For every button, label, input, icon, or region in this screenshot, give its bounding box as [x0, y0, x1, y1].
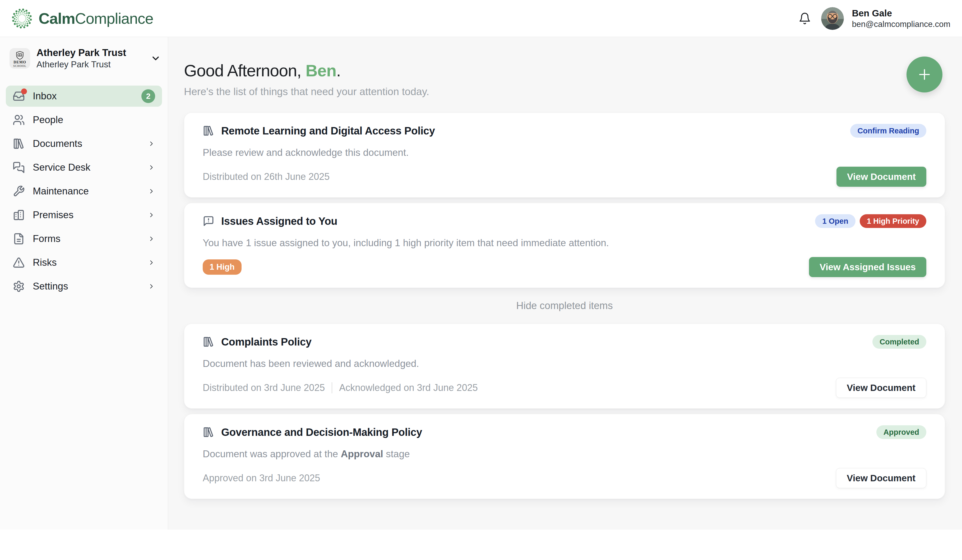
card-meta-text: Distributed on 3rd June 2025	[203, 382, 325, 393]
org-badge-line2: SCHOOL	[13, 64, 26, 68]
sidebar-item-documents[interactable]: Documents	[6, 133, 162, 154]
greeting-name: Ben	[305, 61, 336, 80]
user-avatar[interactable]	[821, 7, 844, 30]
body: DEMO SCHOOL Atherley Park Trust Atherley…	[0, 37, 962, 529]
sidebar-item-label: Forms	[33, 233, 61, 245]
card-badges: Approved	[876, 425, 926, 439]
chevron-right-icon	[148, 283, 155, 290]
org-badge-line1: DEMO	[13, 60, 26, 64]
user-name: Ben Gale	[852, 8, 951, 18]
chevron-right-icon	[148, 259, 155, 266]
sidebar-item-people[interactable]: People	[6, 109, 162, 130]
card-footer: Approved on 3rd June 2025View Document	[203, 468, 926, 488]
sidebar-item-label: Maintenance	[33, 186, 89, 197]
card-title: Issues Assigned to You	[221, 215, 337, 227]
users-icon	[13, 114, 25, 126]
card-header: Remote Learning and Digital Access Polic…	[203, 124, 926, 138]
sidebar-item-label: Premises	[33, 209, 73, 220]
status-badge: Confirm Reading	[850, 124, 926, 138]
add-button[interactable]	[907, 56, 943, 92]
card-meta-text: Acknowledged on 3rd June 2025	[339, 382, 478, 393]
priority-tag: 1 High	[203, 259, 242, 275]
card-remote-learning-and-digital-access-policy: Remote Learning and Digital Access Polic…	[184, 113, 945, 198]
sidebar-item-maintenance[interactable]: Maintenance	[6, 181, 162, 202]
library-icon	[13, 138, 25, 150]
status-badge: Approved	[876, 425, 926, 439]
card-complaints-policy: Complaints PolicyCompletedDocument has b…	[184, 323, 945, 409]
greeting-prefix: Good Afternoon,	[184, 61, 305, 80]
org-subtitle: Atherley Park Trust	[37, 60, 126, 69]
library-icon	[203, 336, 214, 348]
card-header: Governance and Decision-Making PolicyApp…	[203, 425, 926, 439]
notification-dot	[21, 89, 27, 94]
card-meta: Distributed on 26th June 2025	[203, 171, 329, 182]
card-header: Issues Assigned to You1 Open1 High Prior…	[203, 214, 926, 228]
brand-logo-icon	[11, 7, 33, 30]
sidebar-item-settings[interactable]: Settings	[6, 276, 162, 297]
card-description: You have 1 issue assigned to you, includ…	[203, 237, 926, 249]
status-badge: 1 High Priority	[860, 214, 926, 228]
brand-name-bold: Calm	[39, 10, 75, 27]
card-meta-text: Approved on 3rd June 2025	[203, 473, 320, 484]
user-meta: Ben Gale ben@calmcompliance.com	[852, 8, 951, 29]
view-assigned-issues-button[interactable]: View Assigned Issues	[809, 257, 926, 277]
card-footer: Distributed on 26th June 2025View Docume…	[203, 167, 926, 187]
card-header: Complaints PolicyCompleted	[203, 335, 926, 349]
greeting-suffix: .	[336, 61, 341, 80]
header-right: Ben Gale ben@calmcompliance.com	[798, 7, 951, 30]
notifications-bell-icon[interactable]	[798, 12, 811, 25]
chevron-right-icon	[148, 140, 155, 147]
inbox-icon	[13, 90, 25, 102]
brand-logo[interactable]: CalmCompliance	[11, 7, 153, 30]
unread-count-badge: 2	[141, 89, 155, 103]
stage-name: Approval	[341, 449, 383, 459]
sidebar-item-label: Risks	[33, 257, 56, 268]
brand-name: CalmCompliance	[39, 10, 153, 27]
main: Good Afternoon, Ben. Here's the list of …	[168, 37, 962, 529]
card-governance-and-decision-making-policy: Governance and Decision-Making PolicyApp…	[184, 414, 945, 499]
sidebar-item-inbox[interactable]: Inbox2	[6, 85, 162, 107]
sidebar-item-forms[interactable]: Forms	[6, 228, 162, 249]
view-document-button[interactable]: View Document	[836, 167, 926, 187]
chevron-right-icon	[148, 235, 155, 243]
org-logo: DEMO SCHOOL	[10, 48, 30, 69]
sidebar: DEMO SCHOOL Atherley Park Trust Atherley…	[0, 37, 168, 529]
user-email: ben@calmcompliance.com	[852, 19, 951, 29]
chevron-down-icon	[150, 53, 161, 64]
card-badges: Confirm Reading	[850, 124, 926, 138]
app: CalmCompliance	[0, 0, 962, 529]
view-document-button[interactable]: View Document	[836, 378, 926, 398]
page-subtitle: Here's the list of things that need your…	[184, 85, 945, 98]
card-issues-assigned-to-you: Issues Assigned to You1 Open1 High Prior…	[184, 203, 945, 288]
card-meta-text: Distributed on 26th June 2025	[203, 171, 329, 182]
plus-icon	[916, 66, 933, 83]
org-switcher[interactable]: DEMO SCHOOL Atherley Park Trust Atherley…	[10, 48, 161, 69]
sidebar-item-service-desk[interactable]: Service Desk	[6, 157, 162, 178]
sidebar-item-risks[interactable]: Risks	[6, 252, 162, 273]
hide-completed-toggle[interactable]: Hide completed items	[184, 300, 945, 311]
card-title: Governance and Decision-Making Policy	[221, 426, 422, 438]
card-footer: 1 HighView Assigned Issues	[203, 257, 926, 277]
view-document-button[interactable]: View Document	[836, 468, 926, 488]
message-warning-icon	[203, 215, 214, 227]
attention-list: Remote Learning and Digital Access Polic…	[184, 113, 945, 499]
sidebar-item-label: Inbox	[33, 91, 57, 102]
sidebar-item-label: Service Desk	[33, 162, 90, 173]
card-title: Remote Learning and Digital Access Polic…	[221, 125, 435, 137]
gear-icon	[13, 280, 25, 293]
sidebar-item-premises[interactable]: Premises	[6, 204, 162, 225]
card-footer: Distributed on 3rd June 2025Acknowledged…	[203, 378, 926, 398]
card-badges: 1 Open1 High Priority	[815, 214, 926, 228]
card-description: Please review and acknowledge this docum…	[203, 146, 926, 159]
shield-book-icon	[15, 51, 24, 60]
header: CalmCompliance	[0, 0, 962, 37]
sidebar-item-label: People	[33, 114, 63, 126]
page-title: Good Afternoon, Ben.	[184, 61, 945, 80]
card-title: Complaints Policy	[221, 336, 312, 348]
org-text: Atherley Park Trust Atherley Park Trust	[37, 48, 126, 69]
meta-divider	[332, 382, 332, 393]
sidebar-item-label: Settings	[33, 281, 68, 292]
library-icon	[203, 426, 214, 438]
chevron-right-icon	[148, 164, 155, 171]
chevron-right-icon	[148, 211, 155, 219]
